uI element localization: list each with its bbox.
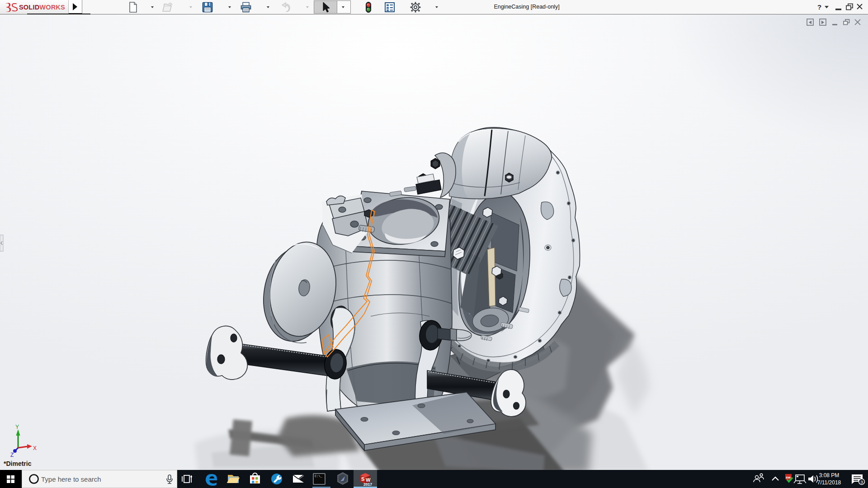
svg-text:Z: Z [10, 452, 14, 458]
svg-text:?: ? [817, 3, 821, 11]
svg-text:sw: sw [786, 475, 791, 479]
svg-text:SOLIDWORKS: SOLIDWORKS [19, 4, 65, 11]
svg-text:C:\_: C:\_ [315, 474, 323, 478]
svg-text:Y: Y [15, 424, 19, 430]
svg-text:S: S [361, 476, 364, 482]
svg-text:2017: 2017 [363, 482, 372, 487]
svg-text:X: X [33, 445, 37, 451]
svg-text:3: 3 [861, 479, 863, 484]
